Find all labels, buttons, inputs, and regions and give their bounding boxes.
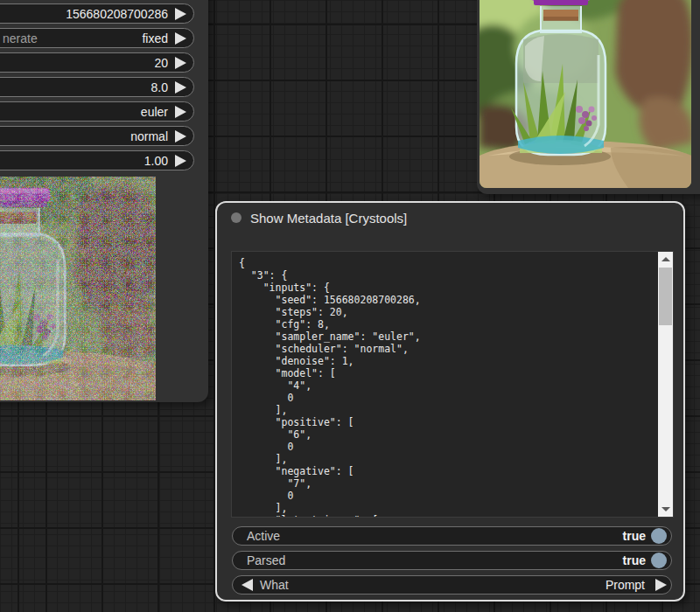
- widget-value: 156680208700286: [66, 7, 168, 21]
- toggle-on-icon[interactable]: [651, 553, 667, 568]
- arrow-right-icon[interactable]: [175, 106, 186, 118]
- metadata-json-textarea[interactable]: { "3": { "inputs": { "seed": 15668020870…: [231, 251, 674, 518]
- image-node[interactable]: [477, 0, 700, 194]
- combo-label: What: [260, 578, 289, 592]
- toggle-active[interactable]: Active true: [232, 526, 672, 546]
- node-title: Show Metadata [Crystools]: [250, 211, 407, 226]
- widget-seed[interactable]: 156680208700286: [0, 3, 194, 24]
- toggle-value: true: [623, 529, 646, 543]
- toggle-value: true: [623, 553, 646, 567]
- toggle-parsed[interactable]: Parsed true: [232, 551, 672, 570]
- scrollbar[interactable]: [658, 252, 673, 517]
- ksampler-node[interactable]: 156680208700286 nerate fixed 20 8.0 eule…: [0, 0, 208, 402]
- metadata-json-content: { "3": { "inputs": { "seed": 15668020870…: [232, 252, 673, 518]
- show-metadata-node[interactable]: Show Metadata [Crystools] { "3": { "inpu…: [215, 201, 685, 602]
- widget-control-after-generate[interactable]: nerate fixed: [0, 28, 194, 48]
- node-canvas[interactable]: 156680208700286 nerate fixed 20 8.0 eule…: [0, 0, 700, 612]
- widget-value: normal: [130, 129, 168, 143]
- toggle-on-icon[interactable]: [651, 528, 667, 544]
- latent-preview-image[interactable]: [0, 177, 156, 400]
- widget-value: 1.00: [144, 154, 168, 168]
- widget-denoise[interactable]: 1.00: [0, 150, 194, 170]
- arrow-right-icon[interactable]: [175, 81, 186, 94]
- arrow-right-icon[interactable]: [175, 32, 186, 45]
- arrow-right-icon[interactable]: [175, 57, 186, 69]
- scroll-down-icon[interactable]: [658, 502, 673, 517]
- arrow-right-icon[interactable]: [175, 130, 186, 143]
- widget-scheduler[interactable]: normal: [0, 126, 194, 146]
- scrollbar-thumb[interactable]: [659, 268, 672, 325]
- scroll-up-icon[interactable]: [658, 252, 673, 267]
- widget-steps[interactable]: 20: [0, 52, 194, 73]
- arrow-left-icon[interactable]: [242, 579, 253, 591]
- widget-label: nerate: [3, 31, 38, 45]
- widget-value: 20: [154, 56, 168, 70]
- collapse-dot-icon[interactable]: [231, 212, 242, 223]
- widget-value: euler: [141, 105, 168, 119]
- arrow-right-icon[interactable]: [175, 155, 186, 167]
- widget-value: 8.0: [151, 80, 168, 94]
- combo-value: Prompt: [606, 578, 645, 592]
- arrow-right-icon[interactable]: [655, 579, 667, 591]
- widget-sampler-name[interactable]: euler: [0, 101, 194, 122]
- widget-cfg[interactable]: 8.0: [0, 77, 194, 97]
- toggle-label: Active: [247, 529, 280, 543]
- node-title-bar[interactable]: Show Metadata [Crystools]: [217, 203, 683, 233]
- toggle-label: Parsed: [247, 553, 285, 567]
- generated-image[interactable]: [480, 0, 691, 188]
- widget-value: fixed: [142, 31, 168, 45]
- arrow-right-icon[interactable]: [175, 8, 186, 20]
- combo-what[interactable]: What Prompt: [232, 575, 672, 595]
